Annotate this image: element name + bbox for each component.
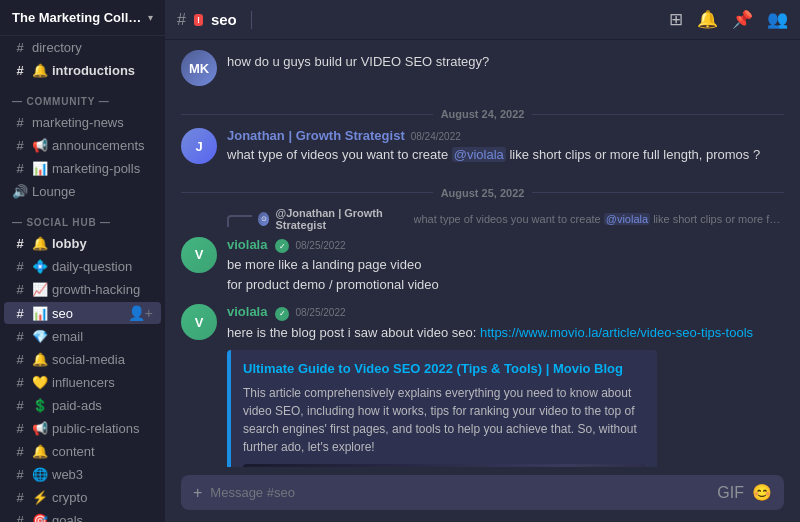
channel-label: paid-ads <box>52 398 153 413</box>
hash-icon: # <box>12 467 28 482</box>
topbar-actions: ⊞ 🔔 📌 👥 <box>669 9 788 30</box>
sidebar-item-marketing-polls[interactable]: # 📊 marketing-polls <box>4 158 161 179</box>
violala-message1-header: violala ✓ 08/25/2022 <box>227 237 784 254</box>
violala-message2-content: violala ✓ 08/25/2022 here is the blog po… <box>227 304 784 467</box>
hashtag-icon[interactable]: ⊞ <box>669 9 683 30</box>
sidebar-item-introductions[interactable]: # 🔔 introductions <box>4 60 161 81</box>
message-content: how do u guys build ur VIDEO SEO strateg… <box>227 50 784 86</box>
sidebar-item-lounge[interactable]: 🔊 Lounge <box>4 181 161 202</box>
channel-label: lobby <box>52 236 153 251</box>
chart-emoji: 📊 <box>32 306 48 321</box>
blog-link[interactable]: https://www.movio.la/article/video-seo-t… <box>480 325 753 340</box>
divider-line <box>181 114 433 115</box>
sidebar-item-content[interactable]: # 🔔 content <box>4 441 161 462</box>
hash-icon: # <box>12 63 28 78</box>
add-file-icon[interactable]: + <box>193 484 202 502</box>
date-label: August 24, 2022 <box>441 108 525 120</box>
embed-title[interactable]: Ultimate Guide to Video SEO 2022 (Tips &… <box>243 360 645 378</box>
hash-icon: # <box>12 138 28 153</box>
jonathan-username: Jonathan | Growth Strategist <box>227 128 405 143</box>
gif-icon[interactable]: GIF <box>717 484 744 502</box>
reply-indicator: ⊙ @Jonathan | Growth Strategist what typ… <box>227 207 784 231</box>
target-emoji: 🎯 <box>32 513 48 522</box>
embed-image: Video SEO <box>243 464 645 467</box>
violala-message2-header: violala ✓ 08/25/2022 <box>227 304 784 321</box>
sidebar-item-lobby[interactable]: # 🔔 lobby <box>4 233 161 254</box>
link-prefix: here is the blog post i saw about video … <box>227 325 480 340</box>
channel-label: directory <box>32 40 153 55</box>
emoji-icon[interactable]: 😊 <box>752 483 772 502</box>
sidebar-item-marketing-news[interactable]: # marketing-news <box>4 112 161 133</box>
sidebar-item-announcements[interactable]: # 📢 announcements <box>4 135 161 156</box>
megaphone-emoji: 📢 <box>32 421 48 436</box>
lightning-emoji: ⚡ <box>32 490 48 505</box>
bell-emoji: 🔔 <box>32 352 48 367</box>
channel-label: seo <box>52 306 124 321</box>
embed-card: Ultimate Guide to Video SEO 2022 (Tips &… <box>227 350 657 467</box>
hash-icon: # <box>12 513 28 522</box>
sidebar-item-seo[interactable]: # 📊 seo 👤+ <box>4 302 161 324</box>
hash-icon: # <box>12 306 28 321</box>
jonathan-timestamp: 08/24/2022 <box>411 131 461 142</box>
topbar: # ! seo ⊞ 🔔 📌 👥 <box>165 0 800 40</box>
channel-label: introductions <box>52 63 153 78</box>
violala-mention-reply[interactable]: @violala <box>604 213 650 225</box>
sidebar-item-influencers[interactable]: # 💛 influencers <box>4 372 161 393</box>
date-label: August 25, 2022 <box>441 187 525 199</box>
sidebar-item-email[interactable]: # 💎 email <box>4 326 161 347</box>
pin-icon[interactable]: 📌 <box>732 9 753 30</box>
reply-avatar-icon: ⊙ <box>258 212 269 226</box>
server-header[interactable]: The Marketing Collective ▾ <box>0 0 165 36</box>
divider-line <box>532 192 784 193</box>
channel-label: social-media <box>52 352 153 367</box>
sidebar-item-web3[interactable]: # 🌐 web3 <box>4 464 161 485</box>
sidebar-item-crypto[interactable]: # ⚡ crypto <box>4 487 161 508</box>
jonathan-message-content: Jonathan | Growth Strategist 08/24/2022 … <box>227 128 784 165</box>
social-section-label: — SOCIAL HUB — <box>0 203 165 232</box>
violala-username: violala <box>227 237 267 252</box>
message-text-before: what type of videos you want to create <box>227 147 452 162</box>
channel-label: crypto <box>52 490 153 505</box>
violala-mention[interactable]: @violala <box>452 147 506 162</box>
violala-timestamp2: 08/25/2022 <box>295 307 345 318</box>
message-input[interactable] <box>210 485 709 500</box>
bell-emoji: 🔔 <box>32 236 48 251</box>
jonathan-message-header: Jonathan | Growth Strategist 08/24/2022 <box>227 128 784 143</box>
violala-message1-content: violala ✓ 08/25/2022 be more like a land… <box>227 237 784 295</box>
channel-label: marketing-polls <box>52 161 153 176</box>
jonathan-avatar: J <box>181 128 217 164</box>
channel-label: influencers <box>52 375 153 390</box>
speaker-emoji: 🔊 <box>12 184 28 199</box>
sidebar-item-social-media[interactable]: # 🔔 social-media <box>4 349 161 370</box>
hash-icon: # <box>12 40 28 55</box>
sidebar-item-growth-hacking[interactable]: # 📈 growth-hacking <box>4 279 161 300</box>
server-name: The Marketing Collective <box>12 10 148 25</box>
globe-emoji: 🌐 <box>32 467 48 482</box>
members-icon[interactable]: 👥 <box>767 9 788 30</box>
gem-emoji: 💎 <box>32 329 48 344</box>
input-bar: + GIF 😊 <box>165 467 800 522</box>
hash-icon: # <box>12 329 28 344</box>
community-section-label: — COMMUNITY — <box>0 82 165 111</box>
hash-icon: # <box>12 352 28 367</box>
add-member-icon[interactable]: 👤+ <box>128 305 153 321</box>
message-group: MK how do u guys build ur VIDEO SEO stra… <box>181 50 784 86</box>
sidebar-item-goals[interactable]: # 🎯 goals <box>4 510 161 522</box>
violala-message1-group: V violala ✓ 08/25/2022 be more like a la… <box>181 237 784 295</box>
channel-label: web3 <box>52 467 153 482</box>
sidebar-item-paid-ads[interactable]: # 💲 paid-ads <box>4 395 161 416</box>
violala-username2: violala <box>227 304 267 319</box>
hash-icon: # <box>12 444 28 459</box>
bell-icon[interactable]: 🔔 <box>697 9 718 30</box>
hash-icon: # <box>12 490 28 505</box>
channel-label: growth-hacking <box>52 282 153 297</box>
hash-icon: # <box>12 282 28 297</box>
megaphone-emoji: 📢 <box>32 138 48 153</box>
sidebar-item-directory[interactable]: # directory <box>4 37 161 58</box>
star-emoji: 💛 <box>32 375 48 390</box>
message-text: how do u guys build ur VIDEO SEO strateg… <box>227 52 784 72</box>
sidebar-item-public-relations[interactable]: # 📢 public-relations <box>4 418 161 439</box>
reply-indicator-group: ⊙ @Jonathan | Growth Strategist what typ… <box>181 207 784 235</box>
sidebar-item-daily-question[interactable]: # 💠 daily-question <box>4 256 161 277</box>
sidebar: The Marketing Collective ▾ # directory #… <box>0 0 165 522</box>
